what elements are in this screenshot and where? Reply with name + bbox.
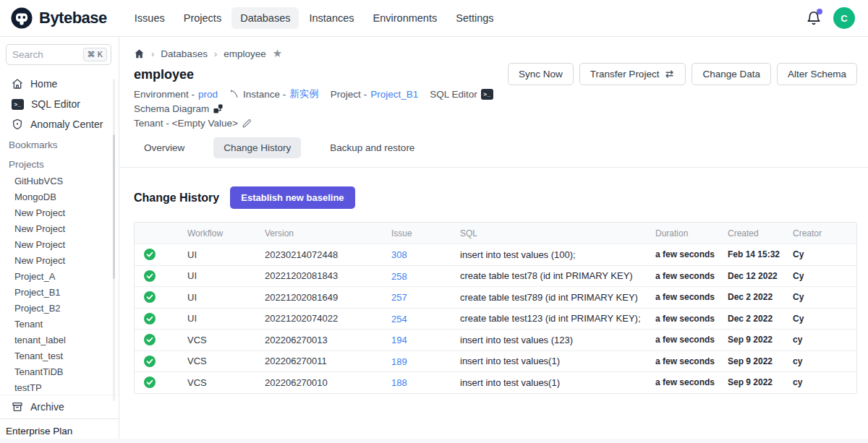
- user-avatar[interactable]: C: [833, 7, 855, 29]
- cell-workflow: UI: [187, 249, 265, 260]
- table-row[interactable]: VCS 202206270011 189 insert into test va…: [135, 350, 856, 372]
- table-row[interactable]: UI 20221202081843 258 create table test7…: [135, 265, 856, 287]
- database-meta-line-2: Tenant - <Empty Value>: [134, 118, 508, 129]
- cell-creator: Cy: [793, 249, 856, 259]
- cell-sql: insert into test values (100);: [460, 249, 655, 260]
- cell-workflow: UI: [187, 270, 265, 281]
- sidebar-project-item[interactable]: tenant_label: [0, 332, 119, 348]
- table-row[interactable]: VCS 202206270010 188 insert into test va…: [135, 371, 856, 393]
- sidebar-project-item[interactable]: Project_A: [0, 269, 119, 285]
- breadcrumb-home-icon[interactable]: [134, 48, 145, 59]
- cell-version: 20221202074022: [265, 313, 391, 324]
- cell-creator: Cy: [793, 271, 856, 281]
- notification-bell-icon[interactable]: [806, 10, 822, 26]
- cell-version: 202206270010: [265, 377, 391, 388]
- transfer-project-button[interactable]: Transfer Project: [579, 63, 686, 85]
- sidebar-item-anomaly-center[interactable]: Anomaly Center: [0, 114, 119, 134]
- issue-link[interactable]: 194: [391, 335, 407, 345]
- sidebar-project-item[interactable]: New Project: [0, 237, 119, 253]
- brand-logo[interactable]: Bytebase: [10, 7, 107, 30]
- sidebar-project-item[interactable]: Tenant: [0, 317, 119, 332]
- issue-link[interactable]: 188: [391, 377, 407, 388]
- project-label: Project -: [331, 89, 367, 100]
- environment-link[interactable]: prod: [198, 89, 218, 100]
- column-issue: Issue: [391, 228, 460, 238]
- sidebar-project-item[interactable]: GitHubVCS: [0, 173, 119, 189]
- table-row[interactable]: UI 20221202081649 257 create table test7…: [135, 286, 856, 308]
- sidebar-item-sql-editor[interactable]: >_ SQL Editor: [0, 94, 119, 114]
- cell-created: Dec 2 2022: [728, 314, 793, 324]
- tab-change-history[interactable]: Change History: [213, 137, 301, 158]
- success-check-icon: [144, 334, 156, 345]
- tab-backup-and-restore[interactable]: Backup and restore: [320, 137, 425, 158]
- cell-created: Sep 9 2022: [728, 335, 793, 345]
- table-row[interactable]: UI 20221202074022 254 create table test1…: [135, 308, 856, 330]
- nav-item-environments[interactable]: Environments: [365, 7, 446, 29]
- sidebar-item-archive[interactable]: Archive: [0, 395, 119, 418]
- cell-version: 202206270013: [265, 335, 391, 345]
- issue-link[interactable]: 258: [391, 271, 407, 282]
- search-input[interactable]: Search ⌘ K: [6, 44, 111, 65]
- nav-item-settings[interactable]: Settings: [447, 7, 502, 29]
- sidebar-item-home[interactable]: Home: [0, 74, 119, 94]
- horizontal-scrollbar-track[interactable]: [0, 439, 868, 443]
- sidebar-item-label: SQL Editor: [31, 98, 80, 110]
- edit-pencil-icon[interactable]: [242, 119, 252, 129]
- tab-bar: Overview Change History Backup and resto…: [119, 137, 868, 168]
- main-content: › Databases › employee ★ employee Enviro…: [119, 37, 868, 443]
- cell-version: 20221202081843: [265, 270, 391, 281]
- sidebar-project-item[interactable]: testTP: [0, 380, 119, 395]
- sidebar-project-item[interactable]: New Project: [0, 221, 119, 237]
- cell-duration: a few seconds: [655, 249, 728, 259]
- cell-sql: create table test78 (id int PRIMARY KEY): [460, 270, 655, 281]
- schema-diagram-link[interactable]: Schema Diagram: [134, 103, 224, 114]
- tenant-label: Tenant - <Empty Value>: [134, 118, 238, 129]
- success-check-icon: [144, 313, 156, 324]
- nav-item-projects[interactable]: Projects: [175, 7, 230, 29]
- notification-dot: [817, 9, 822, 14]
- table-row[interactable]: UI 20230214072448 308 insert into test v…: [135, 244, 856, 265]
- sidebar-scrollbar-thumb[interactable]: [113, 134, 115, 279]
- cell-duration: a few seconds: [655, 377, 728, 387]
- nav-item-instances[interactable]: Instances: [300, 7, 362, 29]
- archive-icon: [12, 401, 23, 413]
- nav-item-issues[interactable]: Issues: [126, 7, 174, 29]
- sidebar-project-item[interactable]: Project_B1: [0, 285, 119, 301]
- cell-duration: a few seconds: [655, 292, 728, 302]
- issue-link[interactable]: 257: [391, 292, 407, 303]
- cell-workflow: VCS: [187, 335, 265, 345]
- establish-baseline-button[interactable]: Establish new baseline: [230, 186, 354, 209]
- instance-label: Instance -: [243, 89, 286, 100]
- sidebar-menu: Home >_ SQL Editor Anomaly Center: [0, 71, 119, 134]
- sidebar-project-item[interactable]: New Project: [0, 205, 119, 221]
- breadcrumb-employee[interactable]: employee: [224, 48, 266, 59]
- sidebar-project-item[interactable]: New Project: [0, 253, 119, 269]
- issue-link[interactable]: 308: [391, 249, 407, 260]
- page-title: employee: [134, 67, 508, 82]
- success-check-icon: [144, 377, 156, 388]
- sidebar-project-item[interactable]: Tenant_test: [0, 348, 119, 364]
- sidebar-project-item[interactable]: Project_B2: [0, 301, 119, 317]
- issue-link[interactable]: 189: [391, 356, 407, 367]
- column-version: Version: [265, 228, 391, 238]
- bytebase-app: Bytebase Issues Projects Databases Insta…: [0, 0, 868, 443]
- tab-overview[interactable]: Overview: [134, 137, 195, 158]
- issue-link[interactable]: 254: [391, 314, 407, 324]
- favorite-star-icon[interactable]: ★: [273, 47, 282, 60]
- breadcrumb-databases[interactable]: Databases: [161, 48, 208, 59]
- cell-created: Dec 2 2022: [728, 292, 793, 302]
- instance-link[interactable]: 新实例: [289, 87, 319, 100]
- table-row[interactable]: VCS 202206270013 194 insert into test va…: [135, 329, 856, 350]
- section-title-change-history: Change History: [134, 192, 219, 205]
- alter-schema-button[interactable]: Alter Schema: [777, 63, 857, 85]
- terminal-icon: >_: [12, 99, 24, 110]
- cell-duration: a few seconds: [655, 356, 728, 366]
- sql-editor-link[interactable]: SQL Editor >_: [430, 89, 493, 100]
- sync-now-button[interactable]: Sync Now: [508, 63, 574, 85]
- sidebar-project-item[interactable]: TenantTiDB: [0, 364, 119, 380]
- sidebar-section-projects: Projects: [0, 154, 119, 173]
- nav-item-databases[interactable]: Databases: [231, 7, 299, 29]
- change-data-button[interactable]: Change Data: [692, 63, 771, 85]
- sidebar-project-item[interactable]: MongoDB: [0, 189, 119, 205]
- project-link[interactable]: Project_B1: [370, 89, 418, 100]
